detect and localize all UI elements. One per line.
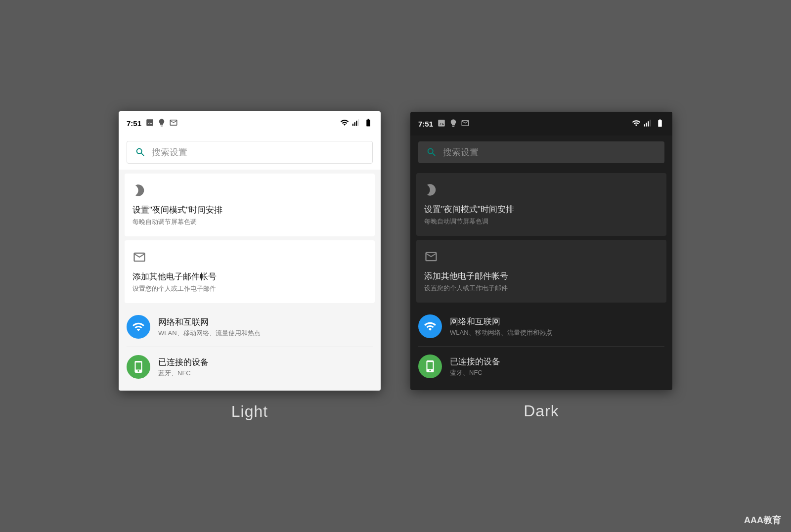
dark-wifi-title: 网络和互联网: [450, 316, 552, 327]
bulb-icon-light: [157, 118, 166, 129]
light-status-bar: 7:51: [119, 111, 381, 135]
dark-card-nightmode[interactable]: 设置"夜间模式"时间安排 每晚自动调节屏幕色调: [416, 173, 666, 236]
light-label: Light: [231, 402, 268, 421]
dark-device-subtitle: 蓝牙、NFC: [450, 368, 500, 377]
bulb-icon-dark: [449, 119, 458, 129]
light-device-text: 已连接的设备 蓝牙、NFC: [158, 356, 209, 378]
light-nightmode-title: 设置"夜间模式"时间安排: [132, 204, 367, 216]
light-search-input[interactable]: 搜索设置: [127, 141, 373, 164]
dark-search-area: 搜索设置: [410, 135, 672, 169]
light-status-icons-right: [340, 118, 373, 129]
moon-icon-dark: [424, 183, 659, 199]
light-nightmode-subtitle: 每晚自动调节屏幕色调: [132, 218, 367, 226]
search-icon-dark: [426, 147, 437, 158]
light-wifi-title: 网络和互联网: [158, 316, 261, 328]
dark-wifi-subtitle: WLAN、移动网络、流量使用和热点: [450, 328, 552, 337]
gmail-icon-light: [132, 250, 367, 266]
dark-status-bar: 7:51: [410, 112, 672, 135]
gmail-status-icon-dark: [461, 119, 470, 129]
device-list-icon-dark: [418, 355, 442, 378]
dark-nightmode-title: 设置"夜间模式"时间安排: [424, 204, 659, 215]
dark-device-text: 已连接的设备 蓝牙、NFC: [450, 356, 500, 377]
dark-list-devices[interactable]: 已连接的设备 蓝牙、NFC: [410, 347, 672, 386]
svg-rect-3: [358, 119, 359, 126]
moon-icon-light: [132, 183, 367, 199]
signal-icon-light: [352, 118, 361, 129]
light-device-subtitle: 蓝牙、NFC: [158, 369, 209, 378]
dark-phone-screen: 7:51: [410, 112, 672, 390]
photo-icon-dark: [437, 119, 446, 129]
light-search-placeholder: 搜索设置: [152, 146, 187, 158]
dark-content: 设置"夜间模式"时间安排 每晚自动调节屏幕色调 添加其他电子邮件帐号 设置您的个…: [410, 169, 672, 390]
svg-rect-1: [354, 122, 355, 126]
svg-rect-6: [648, 121, 649, 127]
light-list-wifi[interactable]: 网络和互联网 WLAN、移动网络、流量使用和热点: [119, 307, 381, 347]
battery-icon-dark: [656, 119, 664, 129]
light-phone-screen: 7:51: [119, 111, 381, 391]
dark-status-time: 7:51: [418, 120, 433, 128]
gmail-icon-dark: [424, 250, 659, 266]
dark-search-placeholder: 搜索设置: [443, 146, 479, 158]
dark-list-wifi[interactable]: 网络和互联网 WLAN、移动网络、流量使用和热点: [410, 307, 672, 346]
gmail-status-icon-light: [169, 118, 178, 129]
watermark: AAA教育: [744, 514, 781, 526]
svg-rect-0: [352, 124, 353, 126]
light-status-time: 7:51: [127, 119, 141, 128]
signal-icon-dark: [644, 119, 653, 129]
light-gmail-subtitle: 设置您的个人或工作电子邮件: [132, 284, 367, 293]
search-icon-light: [135, 147, 146, 158]
dark-gmail-title: 添加其他电子邮件帐号: [424, 270, 659, 282]
light-content: 设置"夜间模式"时间安排 每晚自动调节屏幕色调 添加其他电子邮件帐号 设置您的个…: [119, 170, 381, 391]
light-wifi-subtitle: WLAN、移动网络、流量使用和热点: [158, 329, 261, 338]
dark-nightmode-subtitle: 每晚自动调节屏幕色调: [424, 217, 659, 226]
light-status-icons-left: [145, 118, 178, 129]
dark-search-input[interactable]: 搜索设置: [418, 141, 664, 163]
svg-rect-2: [356, 121, 357, 126]
dark-gmail-subtitle: 设置您的个人或工作电子邮件: [424, 284, 659, 293]
light-wifi-text: 网络和互联网 WLAN、移动网络、流量使用和热点: [158, 316, 261, 338]
light-device-title: 已连接的设备: [158, 356, 209, 368]
light-card-nightmode[interactable]: 设置"夜间模式"时间安排 每晚自动调节屏幕色调: [125, 174, 375, 236]
dark-label: Dark: [524, 402, 559, 420]
light-phone-wrapper: 7:51: [119, 111, 381, 421]
wifi-status-icon-light: [340, 118, 349, 129]
svg-rect-7: [650, 120, 651, 127]
svg-rect-5: [646, 123, 647, 127]
battery-icon-light: [364, 118, 373, 129]
dark-status-icons-right: [632, 119, 664, 129]
svg-rect-4: [644, 124, 645, 127]
dark-status-icons-left: [437, 119, 470, 129]
wifi-list-icon-light: [127, 315, 150, 339]
light-list-devices[interactable]: 已连接的设备 蓝牙、NFC: [119, 347, 381, 387]
light-gmail-title: 添加其他电子邮件帐号: [132, 271, 367, 282]
dark-card-gmail[interactable]: 添加其他电子邮件帐号 设置您的个人或工作电子邮件: [416, 240, 666, 303]
light-card-gmail[interactable]: 添加其他电子邮件帐号 设置您的个人或工作电子邮件: [125, 240, 375, 303]
dark-wifi-text: 网络和互联网 WLAN、移动网络、流量使用和热点: [450, 316, 552, 337]
wifi-status-icon-dark: [632, 119, 641, 129]
wifi-list-icon-dark: [418, 314, 442, 338]
dark-device-title: 已连接的设备: [450, 356, 500, 367]
photo-icon-light: [145, 118, 154, 129]
dark-phone-wrapper: 7:51: [410, 112, 672, 420]
device-list-icon-light: [127, 355, 150, 379]
light-search-area: 搜索设置: [119, 135, 381, 170]
